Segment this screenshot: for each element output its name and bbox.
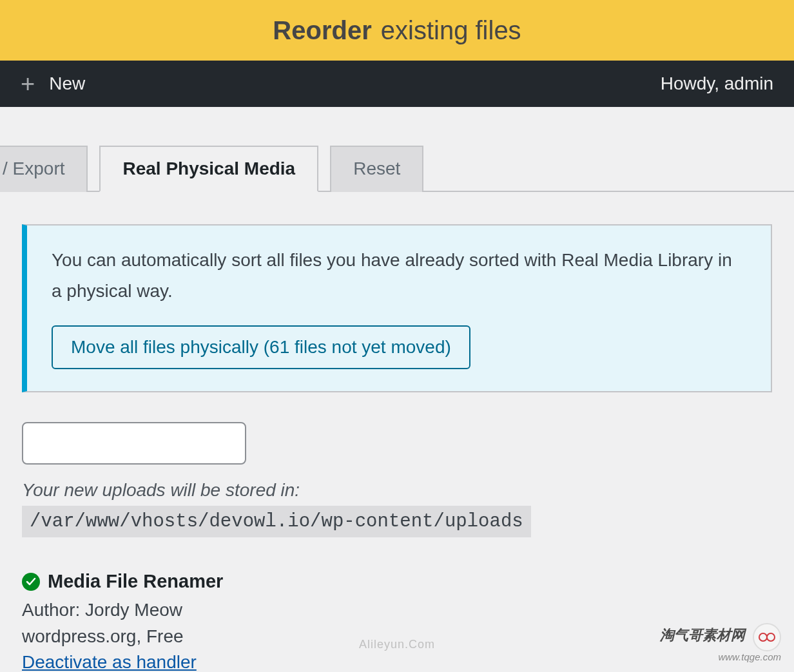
- svg-point-0: [759, 633, 767, 641]
- info-notice: You can automatically sort all files you…: [22, 224, 772, 392]
- new-content-button[interactable]: + New: [21, 72, 85, 96]
- tab-export[interactable]: / Export: [0, 146, 88, 192]
- watermark-center: Alileyun.Com: [359, 638, 435, 651]
- prefix-input[interactable]: [22, 422, 246, 465]
- check-circle-icon: [22, 573, 40, 591]
- plugin-author: Author: Jordy Meow: [22, 597, 772, 624]
- banner-rest: existing files: [381, 16, 521, 45]
- tab-reset[interactable]: Reset: [330, 146, 423, 192]
- svg-point-1: [767, 633, 775, 641]
- howdy-greeting[interactable]: Howdy, admin: [661, 73, 773, 94]
- watermark-url: www.tqge.com: [718, 651, 781, 662]
- watermark-cn: 淘气哥素材网: [660, 628, 745, 644]
- tab-real-physical-media[interactable]: Real Physical Media: [99, 146, 318, 192]
- deactivate-link[interactable]: Deactivate as handler: [22, 652, 197, 672]
- plus-icon: +: [21, 72, 35, 96]
- content-area: You can automatically sort all files you…: [0, 192, 794, 672]
- upload-path-label: Your new uploads will be stored in:: [22, 480, 772, 501]
- mascot-icon: [753, 623, 781, 651]
- plugin-name: Media File Renamer: [48, 571, 223, 592]
- move-files-button[interactable]: Move all files physically (61 files not …: [52, 325, 470, 369]
- banner-bold: Reorder: [273, 16, 371, 45]
- admin-bar: + New Howdy, admin: [0, 61, 794, 107]
- watermark-right: 淘气哥素材网 www.tqge.com: [660, 623, 781, 663]
- promo-banner: Reorder existing files: [0, 0, 794, 61]
- tab-nav: / Export Real Physical Media Reset: [0, 144, 794, 192]
- upload-path: /var/www/vhosts/devowl.io/wp-content/upl…: [22, 506, 531, 537]
- new-label: New: [49, 73, 85, 94]
- notice-text: You can automatically sort all files you…: [52, 245, 746, 306]
- plugin-title-row: Media File Renamer: [22, 571, 772, 592]
